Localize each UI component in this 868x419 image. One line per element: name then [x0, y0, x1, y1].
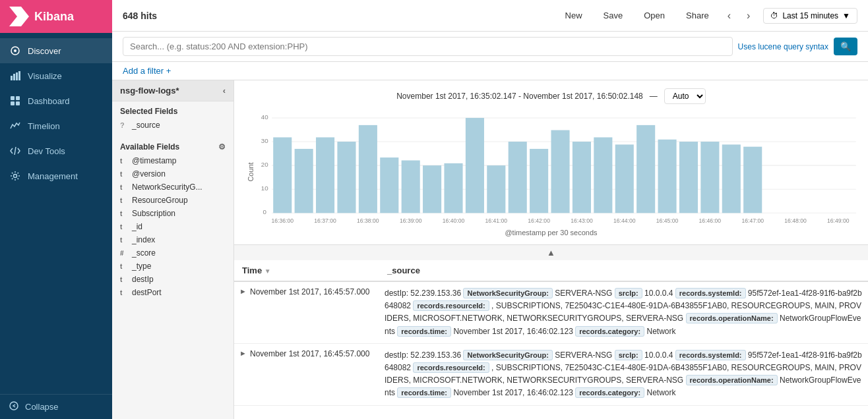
field-type-question: ?	[120, 121, 128, 129]
svg-text:20: 20	[261, 161, 268, 168]
svg-rect-31	[444, 163, 462, 213]
sidebar-nav: Discover Visualize Dashboard Timelion De…	[0, 33, 112, 394]
sidebar-item-devtools-label: Dev Tools	[28, 146, 65, 156]
search-button[interactable]: 🔍	[834, 38, 857, 55]
svg-rect-26	[337, 142, 356, 213]
svg-rect-7	[16, 96, 20, 100]
svg-rect-29	[402, 160, 420, 213]
field-id[interactable]: t _id	[112, 220, 233, 233]
sidebar-item-devtools[interactable]: Dev Tools	[0, 138, 112, 163]
row-source-2: destIp: 52.239.153.36 NetworkSecurityGro…	[379, 344, 868, 405]
sidebar-item-management[interactable]: Management	[0, 163, 112, 188]
new-button[interactable]: New	[560, 8, 588, 23]
svg-rect-43	[700, 142, 719, 213]
top-bar: 648 hits New Save Open Share ‹ › ⏱ Last …	[112, 0, 868, 32]
filter-bar: Add a filter +	[112, 62, 868, 80]
collapse-icon	[9, 401, 18, 412]
field-type[interactable]: t _type	[112, 260, 233, 273]
svg-text:16:48:00: 16:48:00	[784, 217, 807, 223]
svg-text:16:42:00: 16:42:00	[528, 217, 550, 223]
field-subscription[interactable]: t Subscription	[112, 207, 233, 220]
svg-rect-42	[679, 142, 698, 213]
save-button[interactable]: Save	[598, 8, 629, 23]
selected-field-source[interactable]: ? _source	[112, 119, 233, 132]
chart-area: November 1st 2017, 16:35:02.147 - Novemb…	[234, 80, 868, 245]
index-header: nsg-flow-logs* ‹	[112, 80, 233, 101]
svg-rect-24	[295, 149, 313, 213]
share-button[interactable]: Share	[681, 8, 714, 23]
svg-text:16:45:00: 16:45:00	[656, 217, 679, 223]
svg-point-11	[14, 175, 17, 178]
sidebar-item-management-label: Management	[28, 171, 78, 181]
open-button[interactable]: Open	[638, 8, 670, 23]
discover-icon	[9, 45, 21, 57]
svg-text:10: 10	[261, 184, 268, 192]
sidebar-item-timelion[interactable]: Timelion	[0, 113, 112, 138]
next-time-arrow[interactable]: ›	[744, 9, 753, 23]
expand-row-2[interactable]: ►	[234, 344, 247, 405]
timelion-icon	[9, 120, 21, 132]
svg-rect-9	[16, 101, 20, 105]
collapse-chart-icon: ▲	[547, 248, 555, 258]
collapse-chart-button[interactable]: ▲	[234, 245, 868, 260]
svg-rect-8	[11, 101, 15, 105]
sidebar: Kibana Discover Visualize Dashboard Time…	[0, 0, 112, 419]
svg-text:Count: Count	[247, 162, 255, 181]
svg-text:16:39:00: 16:39:00	[400, 217, 422, 223]
svg-point-1	[14, 49, 16, 52]
field-destip[interactable]: t destIp	[112, 273, 233, 286]
add-filter-button[interactable]: Add a filter +	[123, 66, 171, 76]
sort-time-icon[interactable]: ▼	[264, 267, 271, 275]
devtools-icon	[9, 145, 21, 157]
svg-text:40: 40	[261, 113, 268, 121]
svg-rect-34	[509, 142, 527, 213]
field-score[interactable]: # _score	[112, 246, 233, 260]
top-bar-actions: New Save Open Share ‹ › ⏱ Last 15 minute…	[560, 8, 857, 24]
field-index[interactable]: t _index	[112, 233, 233, 246]
field-timestamp[interactable]: t @timestamp	[112, 154, 233, 167]
gear-icon[interactable]: ⚙	[218, 142, 226, 152]
svg-text:16:37:00: 16:37:00	[314, 217, 336, 223]
svg-rect-25	[316, 137, 334, 213]
column-time: Time ▼	[242, 265, 387, 275]
field-version[interactable]: t @version	[112, 167, 233, 181]
sidebar-item-discover[interactable]: Discover	[0, 38, 112, 63]
svg-text:16:47:00: 16:47:00	[741, 217, 764, 223]
dashboard-icon	[9, 95, 21, 107]
svg-rect-30	[423, 165, 441, 213]
svg-rect-36	[551, 130, 570, 213]
svg-rect-39	[615, 144, 634, 213]
table-row: ► November 1st 2017, 16:45:57.000 destIp…	[234, 282, 868, 344]
svg-rect-2	[11, 76, 13, 80]
expand-row-1[interactable]: ►	[234, 282, 247, 343]
collapse-button[interactable]: Collapse	[0, 394, 112, 419]
svg-text:16:38:00: 16:38:00	[357, 217, 379, 223]
available-fields-label: Available Fields	[120, 142, 179, 152]
sidebar-item-dashboard[interactable]: Dashboard	[0, 88, 112, 113]
field-networksecurity[interactable]: t NetworkSecurityG...	[112, 181, 233, 194]
selected-fields-section: Selected Fields	[112, 101, 233, 119]
lucene-link[interactable]: Uses lucene query syntax	[738, 42, 828, 51]
svg-text:16:49:00: 16:49:00	[827, 217, 850, 223]
left-panel-collapse-icon[interactable]: ‹	[223, 86, 226, 96]
time-range-label: Last 15 minutes	[782, 11, 838, 20]
field-name-source: _source	[132, 121, 160, 130]
content-area: nsg-flow-logs* ‹ Selected Fields ? _sour…	[112, 80, 868, 419]
table-header: Time ▼ _source	[234, 260, 868, 282]
field-resourcegroup[interactable]: t ResourceGroup	[112, 194, 233, 207]
prev-time-arrow[interactable]: ‹	[725, 9, 733, 23]
search-input[interactable]	[123, 37, 733, 56]
app-title: Kibana	[34, 10, 74, 24]
interval-select[interactable]: Auto	[664, 88, 706, 104]
visualize-icon	[9, 70, 21, 82]
svg-line-10	[15, 147, 16, 155]
svg-rect-6	[11, 96, 15, 100]
time-range-button[interactable]: ⏱ Last 15 minutes ▼	[763, 8, 857, 24]
selected-fields-label: Selected Fields	[120, 107, 177, 116]
sidebar-item-visualize[interactable]: Visualize	[0, 63, 112, 88]
field-destport[interactable]: t destPort	[112, 286, 233, 299]
svg-text:16:36:00: 16:36:00	[271, 217, 294, 223]
hits-count: 648 hits	[123, 11, 157, 21]
chart-container: 40 30 20 10 0	[245, 111, 857, 226]
row-source-1: destIp: 52.239.153.36 NetworkSecurityGro…	[379, 282, 868, 343]
